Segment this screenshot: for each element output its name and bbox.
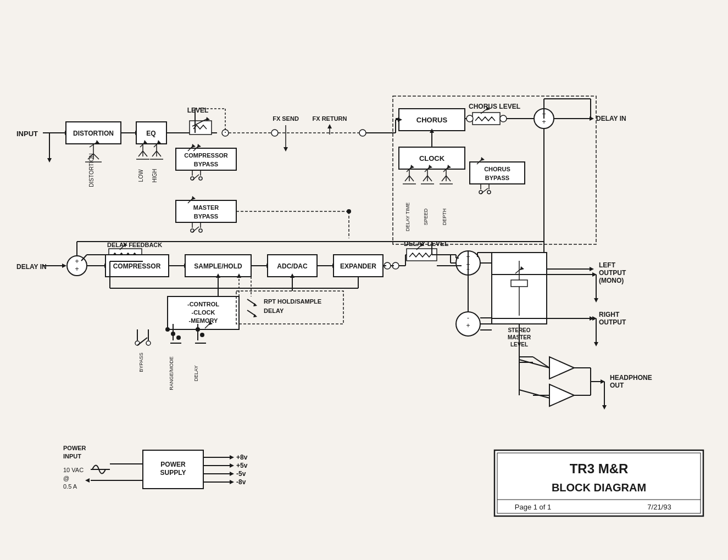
svg-text:POWER: POWER — [63, 445, 86, 451]
svg-text:CHORUS: CHORUS — [416, 116, 448, 124]
svg-text:(MONO): (MONO) — [599, 277, 624, 284]
svg-text:-MEMORY: -MEMORY — [189, 317, 218, 324]
svg-text:SPEED: SPEED — [423, 208, 429, 225]
svg-text:+: + — [75, 257, 79, 265]
svg-point-63 — [199, 229, 202, 232]
title-line3: Page 1 of 1 — [515, 503, 552, 511]
svg-text:RPT HOLD/SAMPLE: RPT HOLD/SAMPLE — [264, 298, 321, 305]
title-line1: TR3 M&R — [570, 461, 629, 476]
svg-text:SAMPLE/HOLD: SAMPLE/HOLD — [194, 262, 242, 270]
svg-point-83 — [500, 115, 507, 122]
svg-text:SUPPLY: SUPPLY — [160, 469, 186, 477]
main-container: INPUT DISTORTION DISTORTION EQ LOW HIGH … — [0, 0, 728, 560]
svg-text:FX SEND: FX SEND — [273, 115, 299, 122]
svg-text:LEVEL: LEVEL — [187, 107, 209, 114]
svg-text:DEPTH: DEPTH — [442, 209, 447, 226]
svg-point-245 — [200, 333, 204, 337]
svg-text:DELAY: DELAY — [264, 307, 284, 314]
svg-text:-CONTROL: -CONTROL — [187, 301, 219, 307]
svg-point-244 — [196, 327, 200, 332]
svg-text:+: + — [542, 117, 546, 126]
svg-rect-36 — [190, 121, 212, 135]
svg-text:INPUT: INPUT — [16, 130, 38, 138]
svg-text:HIGH: HIGH — [152, 169, 158, 183]
svg-text:MASTER: MASTER — [193, 204, 219, 211]
svg-text:0.5 A: 0.5 A — [63, 483, 77, 490]
svg-text:COMPRESSOR: COMPRESSOR — [113, 262, 161, 270]
svg-text:DELAY FEEDBACK: DELAY FEEDBACK — [107, 242, 162, 248]
svg-point-239 — [171, 332, 175, 336]
svg-text:@: @ — [63, 475, 69, 481]
svg-point-41 — [271, 130, 278, 136]
svg-point-120 — [487, 191, 491, 194]
svg-text:POWER: POWER — [160, 461, 186, 468]
svg-point-81 — [466, 115, 473, 122]
svg-text:FX RETURN: FX RETURN — [313, 115, 347, 122]
svg-text:RANGE/MODE: RANGE/MODE — [169, 356, 174, 390]
svg-text:OUTPUT: OUTPUT — [599, 318, 626, 326]
svg-text:BYPASS: BYPASS — [194, 161, 218, 167]
svg-text:OUT: OUT — [610, 382, 624, 389]
svg-text:BYPASS: BYPASS — [194, 213, 218, 220]
svg-text:+8v: +8v — [236, 453, 248, 461]
svg-text:OUTPUT: OUTPUT — [599, 269, 626, 277]
svg-text:10 VAC: 10 VAC — [63, 467, 84, 473]
svg-text:-CLOCK: -CLOCK — [192, 309, 215, 316]
svg-text:-8v: -8v — [236, 478, 246, 486]
svg-text:BYPASS: BYPASS — [138, 352, 144, 372]
svg-text:CHORUS LEVEL: CHORUS LEVEL — [469, 103, 520, 110]
svg-text:HEADPHONE: HEADPHONE — [610, 374, 652, 382]
svg-text:BYPASS: BYPASS — [485, 175, 509, 181]
svg-text:DELAY LEVEL: DELAY LEVEL — [404, 240, 448, 248]
svg-text:DELAY TIME: DELAY TIME — [405, 203, 410, 232]
svg-text:EQ: EQ — [146, 130, 155, 137]
svg-text:-: - — [467, 314, 469, 322]
svg-point-238 — [165, 327, 170, 332]
svg-text:COMPRESSOR: COMPRESSOR — [184, 152, 228, 159]
svg-text:DELAY: DELAY — [193, 366, 199, 382]
title-line4: 7/21/93 — [647, 503, 671, 511]
svg-text:CLOCK: CLOCK — [419, 154, 445, 163]
svg-text:EXPANDER: EXPANDER — [340, 262, 376, 270]
svg-point-234 — [146, 341, 151, 345]
svg-point-51 — [199, 177, 202, 180]
svg-text:-5v: -5v — [236, 470, 246, 478]
svg-text:DISTORTION: DISTORTION — [88, 153, 95, 187]
svg-rect-182 — [511, 280, 527, 287]
svg-text:DELAY IN: DELAY IN — [16, 263, 47, 271]
svg-text:DISTORTION: DISTORTION — [73, 130, 114, 137]
svg-point-43 — [359, 130, 366, 136]
svg-point-240 — [176, 335, 181, 340]
svg-text:RIGHT: RIGHT — [599, 311, 620, 318]
svg-text:DELAY IN: DELAY IN — [596, 115, 626, 122]
svg-text:INPUT: INPUT — [63, 453, 81, 460]
title-line2: BLOCK DIAGRAM — [552, 481, 646, 494]
svg-text:+5v: +5v — [236, 462, 248, 469]
svg-text:+: + — [75, 265, 79, 273]
svg-text:ADC/DAC: ADC/DAC — [277, 262, 308, 270]
svg-text:LEFT: LEFT — [599, 261, 616, 269]
svg-text:LOW: LOW — [138, 169, 144, 182]
svg-text:+: + — [466, 322, 470, 329]
svg-text:CHORUS: CHORUS — [484, 166, 510, 172]
